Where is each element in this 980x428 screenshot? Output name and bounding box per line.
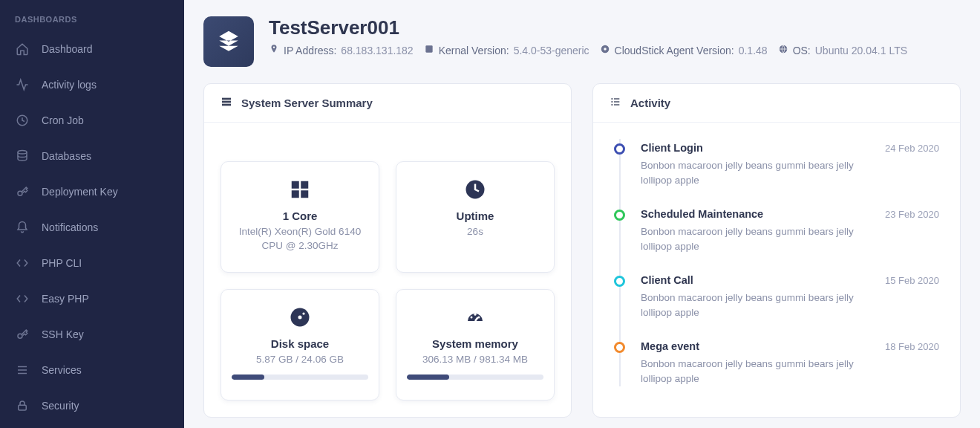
sidebar-item-notifications[interactable]: Notifications bbox=[0, 210, 184, 245]
timeline-item-title: Mega event bbox=[641, 340, 699, 352]
lock-icon bbox=[15, 399, 30, 412]
timeline-item-title: Client Call bbox=[641, 274, 693, 286]
timeline-dot bbox=[614, 210, 625, 221]
main-content: TestServer001 IP Address: 68.183.131.182… bbox=[184, 0, 980, 428]
svg-point-32 bbox=[611, 104, 612, 106]
svg-point-24 bbox=[302, 312, 304, 314]
list-icon bbox=[15, 363, 30, 377]
key-icon bbox=[15, 328, 30, 341]
disk-value: 5.87 GB / 24.06 GB bbox=[256, 353, 344, 367]
agent-icon bbox=[600, 44, 610, 56]
sidebar-item-php-cli[interactable]: PHP CLI bbox=[0, 245, 184, 281]
timeline-item-desc: Bonbon macaroon jelly beans gummi bears … bbox=[641, 291, 878, 320]
svg-rect-18 bbox=[301, 181, 308, 189]
kernel-label: Kernal Version: bbox=[439, 45, 509, 56]
timeline-item-desc: Bonbon macaroon jelly beans gummi bears … bbox=[641, 158, 878, 187]
clock-solid-icon bbox=[463, 177, 488, 202]
svg-rect-16 bbox=[222, 104, 231, 106]
memory-value: 306.13 MB / 981.34 MB bbox=[422, 353, 528, 367]
svg-rect-20 bbox=[301, 190, 308, 198]
kernel-icon bbox=[424, 44, 434, 56]
sidebar-item-services[interactable]: Services bbox=[0, 352, 184, 388]
server-meta: IP Address: 68.183.131.182 Kernal Versio… bbox=[269, 44, 907, 56]
sidebar-section-title: DASHBOARDS bbox=[0, 12, 184, 31]
sidebar-item-label: PHP CLI bbox=[42, 257, 82, 269]
activity-icon bbox=[15, 78, 30, 91]
memory-title: System memory bbox=[432, 337, 518, 350]
server-icon bbox=[203, 16, 254, 67]
timeline-item-title: Scheduled Maintenance bbox=[641, 208, 763, 220]
server-name: TestServer001 bbox=[269, 16, 907, 39]
sidebar-item-label: Deployment Key bbox=[42, 186, 118, 198]
timeline-item-date: 18 Feb 2020 bbox=[885, 341, 939, 352]
pin-icon bbox=[269, 44, 279, 56]
ip-label: IP Address: bbox=[284, 45, 336, 56]
svg-point-28 bbox=[611, 98, 612, 100]
memory-progress bbox=[407, 374, 543, 380]
svg-point-12 bbox=[604, 48, 607, 51]
timeline-item: Scheduled Maintenance 23 Feb 2020 Bonbon… bbox=[614, 208, 939, 253]
svg-rect-14 bbox=[222, 98, 231, 100]
uptime-title: Uptime bbox=[457, 210, 494, 222]
cpu-sub: Intel(R) Xeon(R) Gold 6140 CPU @ 2.30GHz bbox=[232, 225, 368, 253]
timeline-item: Client Call 15 Feb 2020 Bonbon macaroon … bbox=[614, 274, 939, 320]
summary-title: System Server Summary bbox=[241, 97, 373, 109]
sidebar-item-easy-php[interactable]: Easy PHP bbox=[0, 281, 184, 317]
sidebar-item-label: Dashboard bbox=[42, 43, 93, 55]
svg-point-25 bbox=[471, 317, 473, 319]
sidebar-item-label: Notifications bbox=[42, 221, 98, 233]
sidebar-item-databases[interactable]: Databases bbox=[0, 138, 184, 174]
sidebar-item-label: Services bbox=[42, 364, 82, 376]
disk-title: Disk space bbox=[271, 337, 329, 350]
sidebar-item-deployment-key[interactable]: Deployment Key bbox=[0, 174, 184, 210]
disk-icon bbox=[287, 305, 313, 330]
os-value: Ubuntu 20.04.1 LTS bbox=[815, 45, 907, 56]
svg-point-2 bbox=[18, 191, 22, 195]
key-icon bbox=[15, 185, 30, 198]
cpu-title: 1 Core bbox=[283, 210, 318, 222]
grid-icon bbox=[287, 177, 313, 202]
timeline-item-desc: Bonbon macaroon jelly beans gummi bears … bbox=[641, 357, 878, 386]
svg-rect-15 bbox=[222, 101, 231, 103]
sidebar-item-dashboard[interactable]: Dashboard bbox=[0, 31, 184, 67]
svg-rect-7 bbox=[19, 405, 27, 410]
sidebar-item-ssh-key[interactable]: SSH Key bbox=[0, 317, 184, 352]
kernel-value: 5.4.0-53-generic bbox=[514, 45, 589, 56]
sidebar-item-label: Security bbox=[42, 400, 79, 412]
timeline-dot bbox=[614, 143, 625, 155]
code-icon bbox=[15, 292, 30, 305]
summary-card-header: System Server Summary bbox=[204, 84, 571, 123]
stat-cpu: 1 Core Intel(R) Xeon(R) Gold 6140 CPU @ … bbox=[220, 161, 379, 273]
timeline-item: Client Login 24 Feb 2020 Bonbon macaroon… bbox=[614, 142, 939, 187]
code-icon bbox=[15, 256, 30, 270]
list-icon bbox=[610, 96, 621, 110]
clock-icon bbox=[15, 114, 30, 127]
stat-uptime: Uptime 26s bbox=[396, 161, 555, 273]
ip-value: 68.183.131.182 bbox=[341, 45, 413, 56]
sidebar-item-label: SSH Key bbox=[42, 328, 84, 340]
sidebar-item-label: Easy PHP bbox=[42, 293, 89, 305]
svg-rect-10 bbox=[428, 48, 431, 51]
timeline-item-date: 24 Feb 2020 bbox=[885, 143, 939, 154]
svg-point-3 bbox=[18, 334, 22, 338]
timeline-item: Mega event 18 Feb 2020 Bonbon macaroon j… bbox=[614, 340, 939, 386]
activity-card-header: Activity bbox=[593, 84, 960, 123]
sidebar-item-security[interactable]: Security bbox=[0, 388, 184, 424]
summary-card: System Server Summary 1 Core Intel(R) Xe… bbox=[203, 83, 572, 418]
timeline-item-desc: Bonbon macaroon jelly beans gummi bears … bbox=[641, 224, 878, 253]
os-label: OS: bbox=[793, 45, 811, 56]
server-header: TestServer001 IP Address: 68.183.131.182… bbox=[203, 16, 961, 67]
agent-value: 0.1.48 bbox=[739, 45, 768, 56]
timeline-item-title: Client Login bbox=[641, 142, 703, 154]
sidebar-item-activity-logs[interactable]: Activity logs bbox=[0, 67, 184, 103]
home-icon bbox=[15, 42, 30, 56]
svg-point-1 bbox=[18, 151, 27, 155]
timeline-dot bbox=[614, 342, 625, 353]
bell-icon bbox=[15, 221, 30, 234]
sidebar-item-cron-job[interactable]: Cron Job bbox=[0, 103, 184, 138]
sidebar: DASHBOARDS Dashboard Activity logs Cron … bbox=[0, 0, 184, 428]
svg-point-26 bbox=[474, 314, 477, 316]
sidebar-item-label: Databases bbox=[42, 150, 91, 162]
server-summary-icon bbox=[220, 96, 232, 110]
sidebar-item-label: Activity logs bbox=[42, 79, 97, 91]
